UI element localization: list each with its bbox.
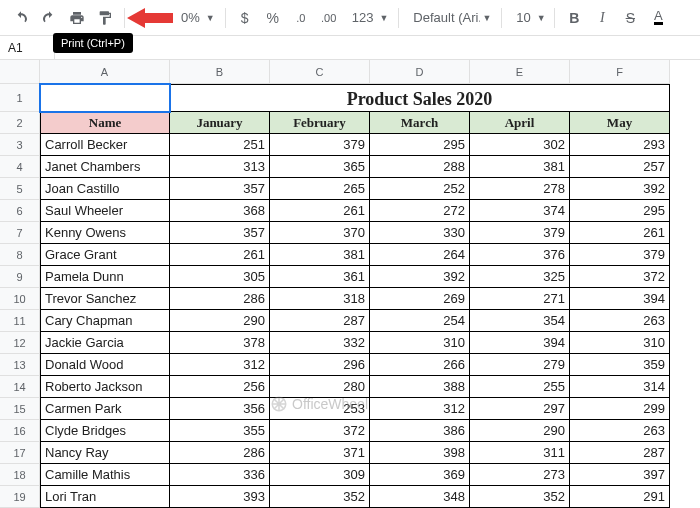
value-cell[interactable]: 318 — [270, 288, 370, 310]
name-cell[interactable]: Joan Castillo — [40, 178, 170, 200]
value-cell[interactable]: 394 — [570, 288, 670, 310]
row-header[interactable]: 1 — [0, 84, 40, 112]
value-cell[interactable]: 263 — [570, 420, 670, 442]
value-cell[interactable]: 257 — [570, 156, 670, 178]
header-month[interactable]: March — [370, 112, 470, 134]
header-month[interactable]: January — [170, 112, 270, 134]
value-cell[interactable]: 252 — [370, 178, 470, 200]
text-color-button[interactable]: A — [645, 5, 671, 31]
col-header-E[interactable]: E — [470, 60, 570, 84]
value-cell[interactable]: 397 — [570, 464, 670, 486]
value-cell[interactable]: 310 — [370, 332, 470, 354]
row-header[interactable]: 13 — [0, 354, 40, 376]
value-cell[interactable]: 359 — [570, 354, 670, 376]
strikethrough-button[interactable]: S — [617, 5, 643, 31]
value-cell[interactable]: 398 — [370, 442, 470, 464]
value-cell[interactable]: 313 — [170, 156, 270, 178]
value-cell[interactable]: 386 — [370, 420, 470, 442]
name-cell[interactable]: Kenny Owens — [40, 222, 170, 244]
value-cell[interactable]: 369 — [370, 464, 470, 486]
paint-format-button[interactable] — [92, 5, 118, 31]
row-header[interactable]: 8 — [0, 244, 40, 266]
col-header-D[interactable]: D — [370, 60, 470, 84]
value-cell[interactable]: 312 — [170, 354, 270, 376]
row-header[interactable]: 5 — [0, 178, 40, 200]
value-cell[interactable]: 354 — [470, 310, 570, 332]
row-header[interactable]: 14 — [0, 376, 40, 398]
value-cell[interactable]: 393 — [170, 486, 270, 508]
select-all-corner[interactable] — [0, 60, 40, 84]
cell-A1[interactable] — [40, 84, 170, 112]
value-cell[interactable]: 394 — [470, 332, 570, 354]
value-cell[interactable]: 265 — [270, 178, 370, 200]
name-cell[interactable]: Lori Tran — [40, 486, 170, 508]
title-cell[interactable]: Product Sales 2020 — [170, 84, 670, 112]
row-header[interactable]: 19 — [0, 486, 40, 508]
row-header[interactable]: 15 — [0, 398, 40, 420]
name-cell[interactable]: Janet Chambers — [40, 156, 170, 178]
value-cell[interactable]: 352 — [270, 486, 370, 508]
name-cell[interactable]: Cary Chapman — [40, 310, 170, 332]
name-cell[interactable]: Donald Wood — [40, 354, 170, 376]
namebox[interactable]: A1 — [0, 36, 55, 59]
row-header[interactable]: 3 — [0, 134, 40, 156]
value-cell[interactable]: 293 — [570, 134, 670, 156]
row-header[interactable]: 17 — [0, 442, 40, 464]
font-select[interactable]: Default (Ari... ▼ — [405, 10, 495, 25]
value-cell[interactable]: 261 — [170, 244, 270, 266]
redo-button[interactable] — [36, 5, 62, 31]
value-cell[interactable]: 381 — [270, 244, 370, 266]
value-cell[interactable]: 388 — [370, 376, 470, 398]
value-cell[interactable]: 291 — [570, 486, 670, 508]
currency-button[interactable]: $ — [232, 5, 258, 31]
value-cell[interactable]: 332 — [270, 332, 370, 354]
value-cell[interactable]: 392 — [570, 178, 670, 200]
value-cell[interactable]: 365 — [270, 156, 370, 178]
value-cell[interactable]: 297 — [470, 398, 570, 420]
row-header[interactable]: 16 — [0, 420, 40, 442]
row-header[interactable]: 4 — [0, 156, 40, 178]
value-cell[interactable]: 254 — [370, 310, 470, 332]
value-cell[interactable]: 287 — [270, 310, 370, 332]
value-cell[interactable]: 356 — [170, 398, 270, 420]
value-cell[interactable]: 296 — [270, 354, 370, 376]
row-header[interactable]: 7 — [0, 222, 40, 244]
row-header[interactable]: 18 — [0, 464, 40, 486]
name-cell[interactable]: Nancy Ray — [40, 442, 170, 464]
value-cell[interactable]: 352 — [470, 486, 570, 508]
value-cell[interactable]: 251 — [170, 134, 270, 156]
name-cell[interactable]: Carmen Park — [40, 398, 170, 420]
value-cell[interactable]: 372 — [570, 266, 670, 288]
value-cell[interactable]: 357 — [170, 178, 270, 200]
row-header[interactable]: 2 — [0, 112, 40, 134]
value-cell[interactable]: 278 — [470, 178, 570, 200]
decrease-decimal-button[interactable]: .0 — [288, 5, 314, 31]
value-cell[interactable]: 370 — [270, 222, 370, 244]
value-cell[interactable]: 336 — [170, 464, 270, 486]
value-cell[interactable]: 309 — [270, 464, 370, 486]
header-month[interactable]: April — [470, 112, 570, 134]
name-cell[interactable]: Clyde Bridges — [40, 420, 170, 442]
value-cell[interactable]: 290 — [170, 310, 270, 332]
value-cell[interactable]: 361 — [270, 266, 370, 288]
value-cell[interactable]: 381 — [470, 156, 570, 178]
value-cell[interactable]: 269 — [370, 288, 470, 310]
value-cell[interactable]: 295 — [570, 200, 670, 222]
row-header[interactable]: 11 — [0, 310, 40, 332]
increase-decimal-button[interactable]: .00 — [316, 5, 342, 31]
value-cell[interactable]: 312 — [370, 398, 470, 420]
percent-button[interactable]: % — [260, 5, 286, 31]
name-cell[interactable]: Trevor Sanchez — [40, 288, 170, 310]
row-header[interactable]: 10 — [0, 288, 40, 310]
value-cell[interactable]: 255 — [470, 376, 570, 398]
more-formats-button[interactable]: 123 ▼ — [344, 10, 393, 25]
value-cell[interactable]: 376 — [470, 244, 570, 266]
value-cell[interactable]: 302 — [470, 134, 570, 156]
header-month[interactable]: May — [570, 112, 670, 134]
col-header-C[interactable]: C — [270, 60, 370, 84]
value-cell[interactable]: 355 — [170, 420, 270, 442]
row-header[interactable]: 6 — [0, 200, 40, 222]
value-cell[interactable]: 379 — [470, 222, 570, 244]
value-cell[interactable]: 372 — [270, 420, 370, 442]
value-cell[interactable]: 305 — [170, 266, 270, 288]
